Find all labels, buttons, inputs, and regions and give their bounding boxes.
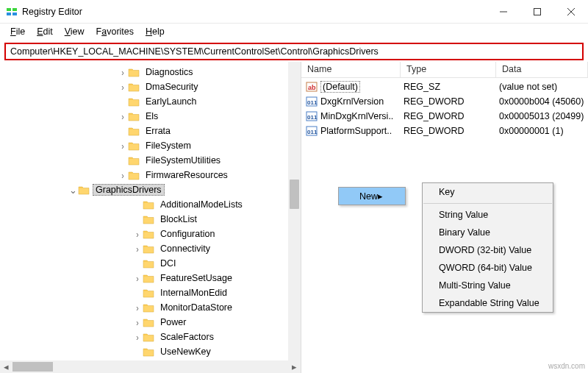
window-title: Registry Editor [22, 7, 487, 17]
value-row[interactable]: 011PlatformSupport..REG_DWORD0x00000001 … [301, 124, 588, 138]
tree-item[interactable]: FileSystemUtilities [0, 153, 301, 168]
tree-item[interactable]: InternalMonEdid [0, 285, 301, 300]
titlebar: Registry Editor [0, 0, 588, 24]
chevron-right-icon[interactable]: › [133, 244, 141, 254]
value-row[interactable]: 011DxgKrnlVersionREG_DWORD0x0000b004 (45… [301, 94, 588, 109]
tree-item[interactable]: ›FileSystem [0, 138, 301, 153]
menubar: File Edit View Favorites Help [0, 24, 588, 40]
chevron-right-icon[interactable]: › [118, 112, 126, 121]
tree-item-label: BlockList [157, 213, 200, 225]
menu-favorites[interactable]: Favorites [90, 25, 140, 38]
value-data: 0x00005013 (20499) [496, 111, 584, 121]
value-list[interactable]: Name Type Data ab(Default)REG_SZ(value n… [301, 62, 588, 373]
chevron-right-icon[interactable]: › [133, 333, 141, 342]
tree-item-label: FeatureSetUsage [157, 272, 235, 284]
tree-item[interactable]: ›FirmwareResources [0, 168, 301, 182]
address-bar[interactable]: Computer\HKEY_LOCAL_MACHINE\SYSTEM\Curre… [4, 43, 584, 60]
menu-edit[interactable]: Edit [31, 25, 59, 38]
menu-help[interactable]: Help [140, 25, 171, 38]
dword-value-icon: 011 [306, 125, 318, 137]
folder-icon [128, 126, 140, 136]
svg-rect-1 [12, 8, 17, 11]
submenu-string-value[interactable]: String Value [423, 206, 553, 224]
chevron-right-icon[interactable]: › [133, 230, 141, 239]
chevron-right-icon[interactable]: › [118, 171, 126, 180]
tree-item[interactable]: ›Els [0, 109, 301, 124]
value-name: PlatformSupport.. [320, 126, 392, 136]
tree-item[interactable]: ›Connectivity [0, 241, 301, 256]
svg-text:011: 011 [307, 129, 318, 135]
column-type[interactable]: Type [401, 62, 496, 77]
folder-icon [143, 258, 154, 269]
scroll-left-icon[interactable]: ◂ [0, 360, 12, 373]
svg-text:011: 011 [307, 114, 318, 121]
column-name[interactable]: Name [301, 62, 401, 77]
tree-view[interactable]: ›Diagnostics›DmaSecurityEarlyLaunch›ElsE… [0, 62, 301, 373]
submenu-expandable-string-value[interactable]: Expandable String Value [423, 294, 553, 312]
chevron-right-icon[interactable]: › [118, 68, 126, 77]
folder-icon [143, 288, 154, 298]
tree-horizontal-scrollbar[interactable]: ◂ ▸ [0, 360, 301, 373]
tree-item[interactable]: ›Diagnostics [0, 65, 301, 79]
value-name: MinDxgKrnlVersi.. [320, 111, 393, 121]
svg-rect-3 [12, 13, 17, 15]
context-menu[interactable]: New ▸ [338, 187, 406, 205]
tree-item-label: GraphicsDrivers [93, 184, 165, 196]
tree-item[interactable]: ⌄GraphicsDrivers [0, 182, 301, 197]
tree-item-label: FileSystemUtilities [143, 154, 223, 166]
chevron-right-icon[interactable]: › [118, 82, 126, 92]
address-text: Computer\HKEY_LOCAL_MACHINE\SYSTEM\Curre… [10, 46, 379, 57]
submenu-binary-value[interactable]: Binary Value [423, 224, 553, 241]
folder-icon [143, 347, 154, 357]
tree-item-label: DmaSecurity [143, 81, 201, 93]
chevron-right-icon[interactable]: › [118, 141, 126, 151]
chevron-right-icon[interactable]: › [133, 318, 141, 327]
menu-view[interactable]: View [59, 25, 90, 38]
tree-item[interactable]: ›DmaSecurity [0, 79, 301, 94]
chevron-right-icon[interactable]: › [133, 274, 141, 283]
list-header[interactable]: Name Type Data [301, 62, 588, 78]
tree-item[interactable]: ›ScaleFactors [0, 330, 301, 344]
tree-item[interactable]: DCI [0, 256, 301, 271]
submenu-multi-string-value[interactable]: Multi-String Value [423, 277, 553, 294]
tree-item[interactable]: AdditionalModeLists [0, 197, 301, 212]
submenu-qword-value[interactable]: QWORD (64-bit) Value [423, 259, 553, 277]
scroll-right-icon[interactable]: ▸ [288, 360, 301, 373]
svg-text:011: 011 [307, 99, 318, 106]
tree-item[interactable]: BlockList [0, 212, 301, 227]
tree-item[interactable]: ›Power [0, 315, 301, 330]
tree-item[interactable]: UseNewKey [0, 344, 301, 359]
tree-item[interactable]: EarlyLaunch [0, 94, 301, 109]
folder-icon [128, 96, 140, 107]
column-data[interactable]: Data [496, 62, 588, 77]
value-row[interactable]: ab(Default)REG_SZ(value not set) [301, 79, 588, 94]
tree-item-label: EarlyLaunch [143, 96, 200, 107]
tree-item[interactable]: ›Configuration [0, 227, 301, 241]
scrollbar-thumb[interactable] [290, 180, 299, 209]
maximize-button[interactable] [520, 0, 554, 24]
tree-item-label: MonitorDataStore [157, 302, 235, 313]
close-button[interactable] [554, 0, 588, 24]
submenu-key[interactable]: Key [423, 183, 553, 201]
chevron-right-icon[interactable]: › [133, 303, 141, 313]
value-name: (Default) [320, 81, 360, 93]
submenu-dword-value[interactable]: DWORD (32-bit) Value [423, 241, 553, 259]
menu-file[interactable]: File [4, 25, 31, 38]
tree-item[interactable]: Errata [0, 124, 301, 138]
tree-item[interactable]: ›FeatureSetUsage [0, 271, 301, 285]
folder-icon [128, 141, 140, 151]
folder-icon [143, 332, 154, 342]
chevron-down-icon[interactable]: ⌄ [68, 185, 78, 195]
context-submenu-new[interactable]: Key String Value Binary Value DWORD (32-… [422, 182, 553, 313]
value-row[interactable]: 011MinDxgKrnlVersi..REG_DWORD0x00005013 … [301, 109, 588, 124]
folder-icon [128, 82, 140, 92]
context-menu-new[interactable]: New ▸ [339, 188, 405, 205]
tree-item[interactable]: ›MonitorDataStore [0, 300, 301, 315]
value-data: 0x00000001 (1) [496, 126, 564, 136]
svg-text:ab: ab [308, 84, 316, 91]
tree-item-label: Power [157, 316, 189, 328]
minimize-button[interactable] [487, 0, 520, 24]
folder-icon [78, 185, 90, 195]
tree-vertical-scrollbar[interactable] [288, 62, 301, 373]
scrollbar-thumb[interactable] [12, 362, 53, 372]
